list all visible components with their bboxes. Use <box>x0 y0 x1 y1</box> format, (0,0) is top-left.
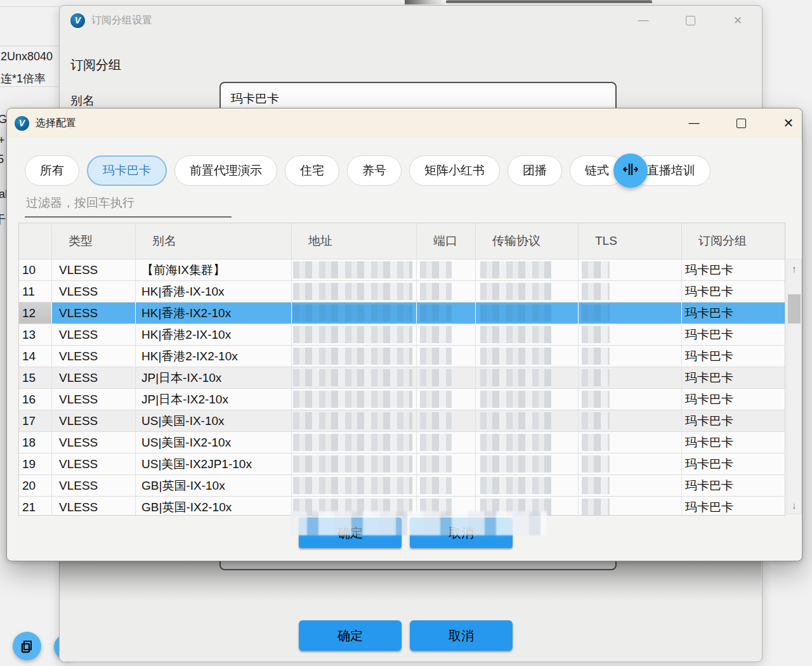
censor-block <box>480 477 551 494</box>
table-row[interactable]: 18 VLESS US|美国-IX2-10x 玛卡巴卡 <box>19 432 785 454</box>
table-row[interactable]: 21 VLESS GB|英国-IX2-10x 玛卡巴卡 <box>19 497 785 515</box>
row-type: VLESS <box>52 475 136 496</box>
select-dialog-titlebar[interactable]: V 选择配置 — ✕ <box>7 108 802 138</box>
row-subscription-group: 玛卡巴卡 <box>682 346 785 367</box>
config-table: 类型 别名 地址 端口 传输协议 TLS 订阅分组 10 VLESS 【前海IX… <box>18 223 785 516</box>
background-toolbar-fragment <box>405 0 448 4</box>
row-alias: HK|香港-IX2-10x <box>136 303 292 323</box>
select-ok-button[interactable]: 确定 <box>299 518 402 548</box>
censor-block <box>420 304 452 322</box>
table-row[interactable]: 11 VLESS HK|香港-IX-10x 玛卡巴卡 <box>19 281 785 303</box>
row-type: VLESS <box>52 454 136 474</box>
tag-button[interactable]: 住宅 <box>285 155 339 186</box>
row-protocol-censored <box>476 303 579 323</box>
background-input-top-fragment <box>446 0 652 3</box>
copy-config-button[interactable] <box>13 632 41 660</box>
censor-block <box>582 326 610 343</box>
row-alias: GB|英国-IX-10x <box>136 475 292 496</box>
col-subscription-group[interactable]: 订阅分组 <box>682 223 785 259</box>
col-rownum[interactable] <box>19 223 52 259</box>
table-row[interactable]: 16 VLESS JP|日本-IX2-10x 玛卡巴卡 <box>19 389 785 410</box>
censor-block <box>480 412 551 429</box>
filter-input[interactable] <box>25 190 232 218</box>
vertical-scrollbar[interactable]: ↑ ↓ <box>787 259 802 514</box>
censor-block <box>293 477 412 494</box>
row-type: VLESS <box>52 367 136 388</box>
row-tls-censored <box>579 432 682 453</box>
col-protocol[interactable]: 传输协议 <box>476 223 579 259</box>
censor-block <box>293 283 412 300</box>
col-alias[interactable]: 别名 <box>136 223 292 259</box>
table-header[interactable]: 类型 别名 地址 端口 传输协议 TLS 订阅分组 <box>19 223 785 259</box>
expand-tags-button[interactable] <box>613 153 648 188</box>
censor-block <box>293 499 412 515</box>
group-cancel-button[interactable]: 取消 <box>410 620 513 651</box>
close-button[interactable]: ✕ <box>779 114 798 133</box>
maximize-button[interactable] <box>681 11 700 30</box>
row-number: 16 <box>19 389 52 410</box>
table-row[interactable]: 14 VLESS HK|香港2-IX2-10x 玛卡巴卡 <box>19 346 785 367</box>
divider <box>0 86 58 87</box>
table-row[interactable]: 10 VLESS 【前海IX集群】 玛卡巴卡 <box>19 259 785 281</box>
tag-button[interactable]: 前置代理演示 <box>174 155 277 186</box>
col-address[interactable]: 地址 <box>292 223 417 259</box>
table-row[interactable]: 15 VLESS JP|日本-IX-10x 玛卡巴卡 <box>19 367 785 389</box>
group-dialog-titlebar[interactable]: V 订阅分组设置 — ✕ <box>60 6 762 35</box>
censor-block <box>293 261 412 278</box>
row-alias: US|美国-IX2JP1-10x <box>136 454 292 474</box>
row-address-censored <box>292 281 417 302</box>
row-type: VLESS <box>52 497 136 515</box>
minimize-button[interactable]: — <box>684 114 704 133</box>
censor-block <box>420 283 452 300</box>
tag-button[interactable]: 所有 <box>25 155 79 186</box>
close-button[interactable]: ✕ <box>728 11 747 30</box>
main-table-text-fragment: :2Unx8040 <box>0 50 53 63</box>
group-ok-button[interactable]: 确定 <box>299 620 402 651</box>
minimize-button[interactable]: — <box>634 11 653 30</box>
section-title: 订阅分组 <box>70 56 121 74</box>
tag-button[interactable]: 养号 <box>347 155 402 186</box>
row-alias: JP|日本-IX-10x <box>136 367 292 388</box>
col-tls[interactable]: TLS <box>579 223 682 259</box>
tag-button[interactable]: 矩阵小红书 <box>409 155 500 186</box>
tag-button[interactable]: 团播 <box>508 155 562 186</box>
row-type: VLESS <box>52 432 136 453</box>
censor-block <box>582 348 610 365</box>
row-subscription-group: 玛卡巴卡 <box>682 303 785 323</box>
row-subscription-group: 玛卡巴卡 <box>682 475 785 496</box>
row-address-censored <box>292 389 417 410</box>
row-alias: HK|香港-IX-10x <box>136 281 292 302</box>
table-row[interactable]: 13 VLESS HK|香港2-IX-10x 玛卡巴卡 <box>19 324 785 346</box>
table-row[interactable]: 19 VLESS US|美国-IX2JP1-10x 玛卡巴卡 <box>19 454 785 475</box>
censor-block <box>480 434 551 451</box>
row-number: 17 <box>19 410 52 431</box>
censor-block <box>420 261 452 278</box>
main-table-text-fragment: 干 <box>0 212 6 227</box>
col-type[interactable]: 类型 <box>52 223 136 259</box>
maximize-button[interactable] <box>731 114 750 133</box>
censor-block <box>582 369 610 386</box>
screen: :2Unx8040 直连*1倍率 G+5al干 V 订阅分组设置 — ✕ 订阅分… <box>0 0 812 666</box>
row-address-censored <box>292 497 417 515</box>
row-address-censored <box>292 324 417 345</box>
row-number: 12 <box>19 303 52 323</box>
row-type: VLESS <box>52 389 136 410</box>
table-row[interactable]: 20 VLESS GB|英国-IX-10x 玛卡巴卡 <box>19 475 785 497</box>
censor-block <box>293 412 412 429</box>
scrollbar-thumb[interactable] <box>788 294 801 323</box>
censor-block <box>420 348 452 365</box>
row-number: 15 <box>19 367 52 388</box>
col-port[interactable]: 端口 <box>417 223 476 259</box>
censor-block <box>480 261 551 278</box>
main-table-text-fragment: 直连*1倍率 <box>0 71 46 86</box>
row-alias: JP|日本-IX2-10x <box>136 389 292 410</box>
censor-block <box>480 455 551 473</box>
tag-button[interactable]: 玛卡巴卡 <box>87 155 167 186</box>
row-number: 20 <box>19 475 52 496</box>
scroll-up-button[interactable]: ↑ <box>787 259 801 277</box>
censor-block <box>480 391 551 408</box>
scroll-down-button[interactable]: ↓ <box>787 496 801 514</box>
table-row[interactable]: 17 VLESS US|美国-IX-10x 玛卡巴卡 <box>19 410 785 432</box>
table-row[interactable]: 12 VLESS HK|香港-IX2-10x 玛卡巴卡 <box>19 303 785 324</box>
select-cancel-button[interactable]: 取消 <box>410 518 513 548</box>
